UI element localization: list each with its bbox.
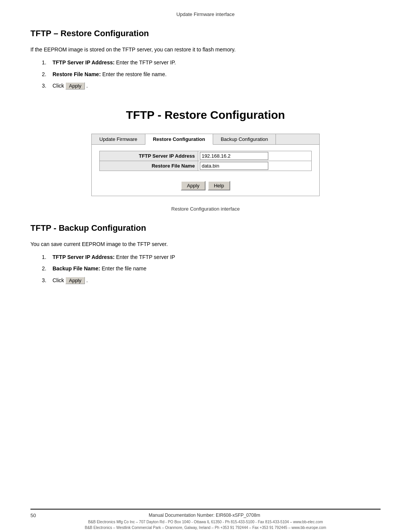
step-text: Backup File Name: Enter the file name xyxy=(53,264,147,273)
step-num: 3. xyxy=(42,276,49,284)
step-num: 1. xyxy=(42,58,49,67)
field-label-filename: Restore File Name xyxy=(100,161,198,171)
step-bold: Restore File Name: xyxy=(53,71,101,77)
tab-update-firmware[interactable]: Update Firmware xyxy=(92,134,145,144)
step-text: TFTP Server IP Address: Enter the TFTP s… xyxy=(53,253,175,261)
footer-address2: B&B Electronics – Westlink Commercial Pa… xyxy=(30,525,381,530)
page: Update Firmware interface TFTP – Restore… xyxy=(0,0,411,532)
spacer xyxy=(30,294,381,509)
widget-buttons: Apply Help xyxy=(92,177,319,196)
footer: 50 Manual Documentation Number: EIR608-x… xyxy=(30,509,381,532)
step-num: 3. xyxy=(42,81,49,90)
list-item: 1. TFTP Server IP Address: Enter the TFT… xyxy=(42,58,381,67)
section1-heading: TFTP – Restore Configuration xyxy=(30,29,381,38)
list-item: 2. Backup File Name: Enter the file name xyxy=(42,264,381,273)
ip-address-input[interactable] xyxy=(200,152,268,160)
list-item: 3. Click Apply . xyxy=(42,276,381,284)
list-item: 3. Click Apply . xyxy=(42,81,381,90)
step-bold: Backup File Name: xyxy=(53,265,100,272)
tab-backup-configuration[interactable]: Backup Configuration xyxy=(213,134,276,144)
restore-filename-input[interactable] xyxy=(200,162,268,170)
section2-heading: TFTP - Backup Configuration xyxy=(30,223,381,233)
section1-steps: 1. TFTP Server IP Address: Enter the TFT… xyxy=(42,58,381,93)
field-label-ip: TFTP Server IP Address xyxy=(100,151,198,161)
step-text: Restore File Name: Enter the restore fil… xyxy=(53,70,167,78)
widget-big-title: TFTP - Restore Configuration xyxy=(30,109,381,121)
step-bold: TFTP Server IP Address: xyxy=(53,254,115,260)
step-num: 2. xyxy=(42,70,49,78)
section1-intro: If the EEPROM image is stored on the TFT… xyxy=(30,45,316,54)
step-text: Click Apply . xyxy=(53,276,88,284)
step-text: Click Apply . xyxy=(53,81,88,90)
table-row: TFTP Server IP Address xyxy=(100,151,312,161)
footer-page-num: 50 xyxy=(30,513,36,518)
step-num: 1. xyxy=(42,253,49,261)
table-row: Restore File Name xyxy=(100,161,312,171)
footer-doc: Manual Documentation Number: EIR608-xSFP… xyxy=(149,513,260,518)
step-text: TFTP Server IP Address: Enter the TFTP s… xyxy=(53,58,176,67)
section2-steps: 1. TFTP Server IP Address: Enter the TFT… xyxy=(42,253,381,288)
apply-inline-button-1[interactable]: Apply xyxy=(65,82,85,89)
list-item: 2. Restore File Name: Enter the restore … xyxy=(42,70,381,78)
ui-widget: Update Firmware Restore Configuration Ba… xyxy=(91,134,320,196)
apply-button[interactable]: Apply xyxy=(181,181,206,190)
step-num: 2. xyxy=(42,264,49,273)
help-button[interactable]: Help xyxy=(208,181,230,190)
top-caption: Update Firmware interface xyxy=(30,11,381,17)
apply-inline-button-2[interactable]: Apply xyxy=(65,277,85,284)
field-input-filename[interactable] xyxy=(198,161,311,171)
list-item: 1. TFTP Server IP Address: Enter the TFT… xyxy=(42,253,381,261)
step-bold: TFTP Server IP Address: xyxy=(53,59,115,66)
widget-form: TFTP Server IP Address Restore File Name xyxy=(92,145,319,177)
footer-address1: B&B Electronics Mfg Co Inc – 707 Dayton … xyxy=(30,519,381,525)
section2-intro: You can save current EEPROM image to the… xyxy=(30,240,316,248)
widget-caption: Restore Configuration interface xyxy=(30,206,381,212)
field-input-ip[interactable] xyxy=(198,151,311,161)
tabs-row: Update Firmware Restore Configuration Ba… xyxy=(92,134,319,145)
form-table: TFTP Server IP Address Restore File Name xyxy=(99,151,312,171)
tab-restore-configuration[interactable]: Restore Configuration xyxy=(145,134,213,145)
